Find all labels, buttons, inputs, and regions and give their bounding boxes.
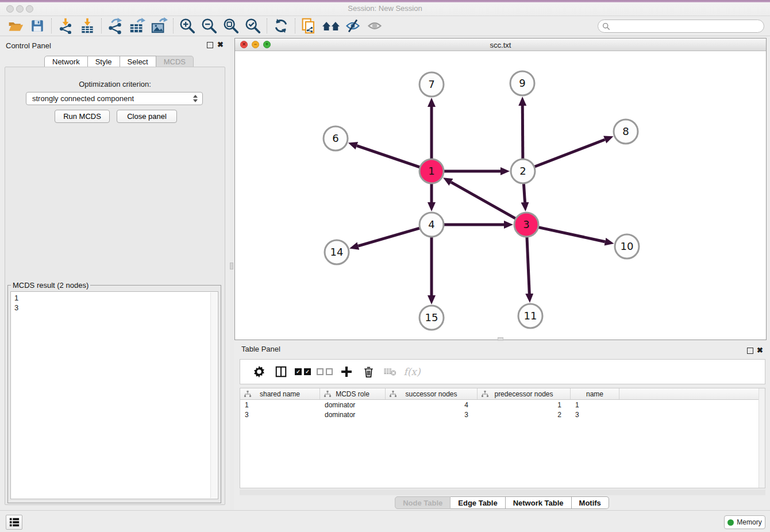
search-input[interactable] [598, 20, 764, 33]
import-network-button[interactable] [55, 17, 76, 34]
deselect-all-checkboxes-icon [317, 368, 333, 375]
zoom-fit-icon [222, 17, 240, 34]
float-panel-icon[interactable] [207, 42, 213, 48]
cell-successor-nodes: 4 [386, 401, 478, 409]
function-builder-icon: f(x) [403, 366, 420, 377]
zoom-out-button[interactable] [198, 17, 220, 34]
network-window-titlebar[interactable]: ✕ − + scc.txt [235, 38, 766, 51]
graph-node-1[interactable]: 1 [419, 159, 444, 183]
run-mcds-button[interactable]: Run MCDS [55, 110, 110, 123]
delete-column-button[interactable] [357, 362, 379, 381]
column-header-predecessor-nodes[interactable]: predecessor nodes [478, 388, 571, 399]
gear-button[interactable] [248, 362, 270, 381]
add-column-button[interactable] [336, 362, 357, 381]
table-row[interactable]: 3 dominator 3 2 3 [240, 410, 765, 419]
delete-table-icon [383, 366, 397, 377]
import-table-button[interactable] [76, 17, 98, 34]
close-panel-icon[interactable]: ✖ [757, 346, 763, 354]
zoom-selected-button[interactable] [242, 17, 264, 34]
svg-text:2: 2 [519, 165, 526, 177]
graph-edge-3-10[interactable] [537, 227, 605, 242]
tab-network[interactable]: Network [44, 56, 88, 67]
criterion-select[interactable]: strongly connected component [26, 92, 203, 105]
column-header-successor-nodes[interactable]: successor nodes [386, 388, 478, 399]
clone-network-button[interactable] [298, 17, 320, 34]
graph-edge-1-6[interactable] [357, 146, 422, 168]
graph-edge-2-3[interactable] [523, 182, 525, 202]
column-header-mcds-role[interactable]: MCDS role [320, 388, 386, 399]
graph-edge-3-11[interactable] [527, 235, 529, 294]
tab-node-table[interactable]: Node Table [395, 496, 451, 509]
graph-node-2[interactable]: 2 [511, 159, 535, 183]
graph-edge-4-14[interactable] [358, 228, 421, 246]
save-session-button[interactable] [26, 17, 48, 34]
graph-node-6[interactable]: 6 [324, 126, 348, 151]
tab-style[interactable]: Style [88, 56, 120, 67]
split-view-button[interactable] [270, 362, 292, 381]
graph-edge-2-8[interactable] [533, 140, 605, 167]
node-table[interactable]: shared name MCDS role successor nodes pr… [240, 388, 765, 488]
memory-button[interactable]: Memory [724, 515, 765, 529]
refresh-layout-button[interactable] [270, 17, 292, 34]
control-panel-tabs: Network Style Select MCDS [44, 56, 194, 67]
splitter-grip[interactable] [230, 263, 233, 269]
graph-node-3[interactable]: 3 [514, 213, 538, 237]
zoom-fit-button[interactable] [220, 17, 242, 34]
graph-node-14[interactable]: 14 [325, 240, 349, 264]
column-header-shared-name[interactable]: shared name [240, 388, 320, 399]
table-scrollbar[interactable] [759, 388, 765, 488]
show-all-button[interactable] [364, 17, 386, 34]
vertical-splitter[interactable] [230, 36, 234, 510]
tree-icon [482, 391, 488, 398]
graph-edge-2-9[interactable] [522, 106, 523, 161]
table-panel-title: Table Panel [241, 345, 280, 353]
network-view-window: ✕ − + scc.txt 7968124314101511 [234, 38, 767, 340]
hide-selected-button[interactable] [342, 17, 364, 34]
deselect-all-checkboxes-button[interactable] [314, 362, 336, 381]
open-session-icon [7, 18, 24, 34]
tab-motifs[interactable]: Motifs [572, 496, 609, 509]
function-builder-button[interactable]: f(x) [401, 362, 423, 381]
cell-predecessor-nodes: 1 [478, 401, 571, 409]
export-table-button[interactable] [126, 17, 148, 34]
close-panel-icon[interactable]: ✖ [217, 41, 224, 48]
cell-mcds-role: dominator [320, 411, 386, 419]
graph-node-7[interactable]: 7 [419, 72, 444, 97]
open-session-button[interactable] [5, 17, 26, 34]
table-row[interactable]: 1 dominator 4 1 1 [240, 400, 765, 410]
tab-network-table[interactable]: Network Table [506, 496, 572, 509]
graph-edge-3-1[interactable] [451, 182, 517, 219]
zoom-in-button[interactable] [176, 17, 198, 34]
import-table-icon [79, 18, 95, 34]
graph-node-11[interactable]: 11 [518, 304, 542, 328]
two-houses-button[interactable] [320, 17, 342, 34]
mcds-result-box[interactable]: 1 3 [10, 291, 218, 499]
cell-shared-name: 1 [240, 401, 320, 409]
close-panel-button[interactable]: Close panel [117, 110, 177, 123]
tab-select[interactable]: Select [120, 56, 156, 67]
result-scrollbar[interactable] [210, 292, 217, 498]
column-header-name[interactable]: name [571, 388, 619, 399]
horizontal-splitter-grip[interactable] [498, 337, 503, 341]
graph-node-8[interactable]: 8 [614, 119, 638, 144]
export-image-button[interactable] [148, 17, 170, 34]
graph-node-15[interactable]: 15 [419, 306, 444, 330]
delete-table-button[interactable] [379, 362, 401, 381]
graph-node-9[interactable]: 9 [510, 71, 534, 95]
select-all-checkboxes-button[interactable]: ✓✓ [292, 362, 314, 381]
float-panel-icon[interactable] [747, 348, 753, 354]
network-graph[interactable]: 7968124314101511 [235, 51, 766, 340]
export-network-button[interactable] [105, 17, 126, 34]
table-hscroll-track[interactable] [240, 489, 765, 495]
control-panel: Control Panel ✖ Network Style Select MCD… [0, 36, 230, 510]
tab-mcds[interactable]: MCDS [156, 56, 194, 67]
gear-icon [253, 365, 265, 378]
tab-edge-table[interactable]: Edge Table [451, 496, 505, 509]
task-history-button[interactable] [6, 515, 22, 530]
graph-node-4[interactable]: 4 [419, 213, 444, 237]
tree-icon [324, 391, 331, 398]
mcds-result-text: 1 3 [11, 292, 218, 314]
graph-node-10[interactable]: 10 [615, 234, 639, 259]
svg-text:8: 8 [622, 125, 629, 137]
toolbar-separator [51, 18, 52, 33]
